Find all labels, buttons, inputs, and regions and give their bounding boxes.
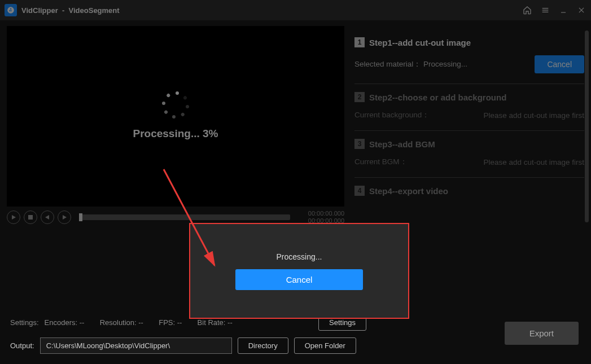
- bitrate-value: Bit Rate: --: [198, 318, 233, 327]
- resolution-value: Resolution: --: [100, 318, 143, 327]
- modal-cancel-button[interactable]: Cancel: [235, 269, 364, 290]
- open-folder-button[interactable]: Open Folder: [294, 337, 356, 354]
- fps-value: FPS: --: [159, 318, 182, 327]
- settings-label: Settings:: [10, 318, 39, 327]
- output-label: Output:: [10, 341, 34, 350]
- processing-modal: Processing... Cancel: [189, 223, 409, 319]
- modal-status: Processing...: [277, 252, 322, 261]
- encoders-value: Encoders: --: [45, 318, 85, 327]
- directory-button[interactable]: Directory: [238, 337, 288, 354]
- output-path-input[interactable]: [40, 337, 232, 354]
- export-button[interactable]: Export: [505, 322, 579, 345]
